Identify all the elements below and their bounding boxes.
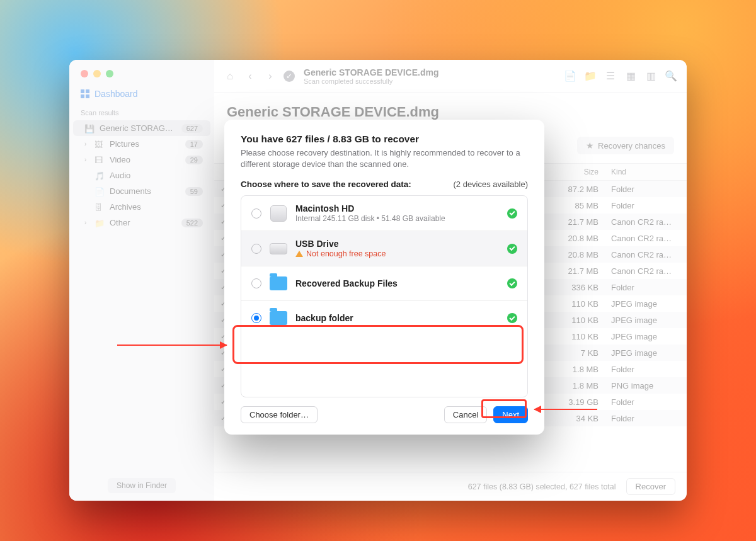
radio-icon[interactable] <box>251 278 261 288</box>
radio-icon[interactable] <box>251 313 261 323</box>
sidebar-item-label: Pictures <box>110 139 180 149</box>
row-size: 7 KB <box>536 346 605 360</box>
destination-name: backup folder <box>295 313 500 323</box>
col-kind[interactable]: Kind <box>605 164 687 180</box>
recovery-destination-dialog: You have 627 files / 8.83 GB to recover … <box>224 120 544 435</box>
destination-name: Macintosh HD <box>295 203 500 214</box>
row-size: 3.19 GB <box>536 395 605 409</box>
video-icon: 🎞 <box>94 156 105 164</box>
harddrive-icon <box>269 204 288 223</box>
chevron-right-icon: › <box>84 219 89 226</box>
choose-destination-label: Choose where to save the recovered data: <box>241 179 411 189</box>
radio-icon[interactable] <box>251 208 261 219</box>
grid-view-icon[interactable]: ▦ <box>624 69 638 83</box>
ok-icon <box>507 313 517 323</box>
next-button[interactable]: Next <box>493 406 528 423</box>
destination-usb-drive[interactable]: USB Drive Not enough free space <box>241 231 527 266</box>
window-controls <box>69 60 214 84</box>
sidebar-item-pictures[interactable]: › 🖼 Pictures 17 <box>73 136 210 152</box>
toolbar-title: Generic STORAGE DEVICE.dmg Scan complete… <box>304 67 438 85</box>
new-file-icon[interactable]: 📄 <box>563 69 577 83</box>
ok-icon <box>507 244 517 254</box>
row-size: 110 KB <box>536 297 605 311</box>
dialog-footer: Choose folder… Cancel Next <box>241 406 528 423</box>
toolbar: ⌂ ‹ › ✓ Generic STORAGE DEVICE.dmg Scan … <box>214 60 687 93</box>
row-size: 110 KB <box>536 313 605 327</box>
search-icon[interactable]: 🔍 <box>664 69 678 83</box>
count-badge: 17 <box>185 140 203 149</box>
destination-backup-folder[interactable]: backup folder <box>241 300 527 335</box>
choose-folder-button[interactable]: Choose folder… <box>241 406 318 423</box>
annotation-arrow-right <box>534 409 597 410</box>
row-size: 34 KB <box>536 411 605 426</box>
destination-macintosh-hd[interactable]: Macintosh HD Internal 245.11 GB disk • 5… <box>241 196 527 231</box>
sidebar-item-audio[interactable]: 🎵 Audio <box>73 168 210 183</box>
col-size[interactable]: Size <box>536 164 605 180</box>
pictures-icon: 🖼 <box>94 140 105 149</box>
radio-icon[interactable] <box>251 244 261 254</box>
usb-drive-icon <box>269 239 288 258</box>
row-kind: Canon CR2 ra… <box>605 248 687 262</box>
audio-icon: 🎵 <box>94 171 105 180</box>
zoom-icon[interactable] <box>106 70 113 77</box>
folder-icon[interactable]: 📁 <box>583 69 597 83</box>
row-size: 21.7 MB <box>536 215 605 229</box>
toolbar-subtitle: Scan completed successfully <box>304 77 438 85</box>
row-kind: Folder <box>605 411 687 426</box>
sidebar-item-label: Generic STORAG… <box>100 123 176 133</box>
row-kind: Folder <box>605 362 687 377</box>
destination-recovered-backup[interactable]: Recovered Backup Files <box>241 266 527 300</box>
sidebar-item-label: Video <box>110 155 180 164</box>
cancel-button[interactable]: Cancel <box>444 406 487 423</box>
row-kind: JPEG image <box>605 346 687 360</box>
columns-view-icon[interactable]: ▥ <box>644 69 658 83</box>
dialog-heading: You have 627 files / 8.83 GB to recover <box>241 134 528 145</box>
sidebar-item-other[interactable]: › 📁 Other 522 <box>73 215 210 231</box>
home-icon[interactable]: ⌂ <box>223 69 237 83</box>
recover-button[interactable]: Recover <box>626 478 675 495</box>
dashboard-icon <box>81 89 89 98</box>
forward-icon[interactable]: › <box>263 69 277 83</box>
row-kind: Canon CR2 ra… <box>605 264 687 278</box>
sidebar-item-documents[interactable]: 📄 Documents 59 <box>73 183 210 199</box>
row-kind: JPEG image <box>605 329 687 344</box>
row-size: 1.8 MB <box>536 379 605 393</box>
dialog-subtext: Please choose recovery destination. It i… <box>241 147 528 169</box>
sidebar-item-archives[interactable]: 🗄 Archives <box>73 199 210 215</box>
count-badge: 627 <box>181 124 203 133</box>
toolbar-title-text: Generic STORAGE DEVICE.dmg <box>304 67 438 77</box>
devices-available-label: (2 devices available) <box>453 179 528 189</box>
chevron-right-icon: › <box>84 140 89 147</box>
sidebar-item-device[interactable]: 💾 Generic STORAG… 627 <box>73 120 210 136</box>
close-icon[interactable] <box>81 70 88 77</box>
row-kind: PNG image <box>605 379 687 393</box>
destination-sub: Internal 245.11 GB disk • 51.48 GB avail… <box>295 214 500 223</box>
row-kind: Folder <box>605 395 687 409</box>
ok-icon <box>507 278 517 288</box>
documents-icon: 📄 <box>94 187 105 196</box>
status-complete-icon: ✓ <box>284 71 295 82</box>
page-title: Generic STORAGE DEVICE.dmg <box>227 104 674 120</box>
minimize-icon[interactable] <box>93 70 101 77</box>
back-icon[interactable]: ‹ <box>243 69 257 83</box>
sidebar-item-label: Documents <box>110 186 180 196</box>
sidebar-item-video[interactable]: › 🎞 Video 29 <box>73 152 210 168</box>
row-kind: JPEG image <box>605 313 687 327</box>
show-in-finder-button[interactable]: Show in Finder <box>108 478 176 493</box>
row-kind: Folder <box>605 198 687 213</box>
selection-summary: 627 files (8.83 GB) selected, 627 files … <box>468 482 616 491</box>
recovery-chances-label: Recovery chances <box>598 141 665 151</box>
row-size: 336 KB <box>536 280 605 295</box>
list-view-icon[interactable]: ☰ <box>604 69 617 83</box>
star-icon: ★ <box>586 140 594 151</box>
archives-icon: 🗄 <box>94 203 105 212</box>
sidebar-item-label: Other <box>110 218 176 227</box>
count-badge: 522 <box>181 219 203 227</box>
destination-name: Recovered Backup Files <box>295 278 500 288</box>
row-size: 1.8 MB <box>536 362 605 377</box>
sidebar-item-label: Archives <box>110 202 203 212</box>
folder-icon <box>269 274 288 293</box>
disk-icon: 💾 <box>84 124 94 133</box>
recovery-chances-button[interactable]: ★ Recovery chances <box>577 137 674 154</box>
sidebar-dashboard[interactable]: Dashboard <box>69 84 214 109</box>
